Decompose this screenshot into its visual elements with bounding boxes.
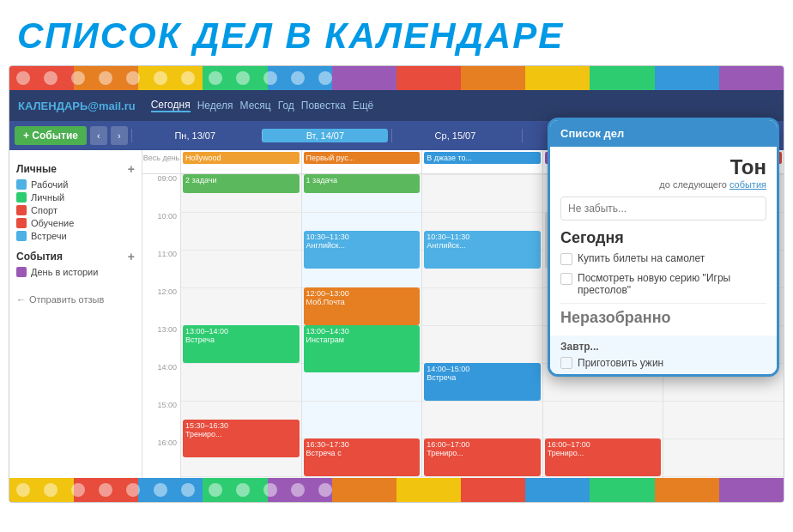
event-mon-2[interactable]: 15:30–16:30Трениро... (183, 420, 300, 457)
popup-tomorrow-label: Завтр... (560, 341, 766, 353)
event-tue-2[interactable]: 12:00–13:00Моб.Почта (304, 287, 421, 325)
lego-dot (71, 71, 85, 85)
popup-unsorted-label: Неразобранно (560, 303, 766, 327)
lego-dot-b (291, 483, 305, 497)
popup-header: Список дел (550, 120, 777, 147)
time-1500: 15:00 (142, 401, 180, 438)
task-text-0: Купить билеты на самолет (578, 252, 705, 264)
app-container: КАЛЕНДАРЬ@mail.ru Сегодня Неделя Месяц Г… (9, 65, 784, 503)
popup-body: Тон до следующего события Сегодня Купить… (550, 147, 777, 336)
task-text-1: Посмотреть новую серию "Игры престолов" (578, 272, 766, 296)
lego-dot (154, 71, 167, 85)
event-tue-1[interactable]: 10:30–11:30Английск... (304, 231, 421, 269)
event-tue-3[interactable]: 13:00–14:30Инстаграм (304, 325, 421, 372)
task-checkbox-1[interactable] (560, 273, 572, 285)
next-arrow[interactable]: › (111, 126, 128, 145)
all-day-label: Весь день (142, 150, 180, 173)
event-wed-1[interactable]: 10:30–11:30Английск... (424, 231, 541, 269)
popup-footer: Завтр... Приготовить ужин (550, 336, 777, 374)
lego-dot-b (71, 483, 85, 497)
lego-dot-b (181, 483, 195, 497)
page-title: СПИСОК ДЕЛ В КАЛЕНДАРЕ (0, 0, 793, 65)
event-wed-2[interactable]: 14:00–15:00Встреча (424, 363, 541, 401)
allday-event-0[interactable]: Hollywood (183, 152, 300, 164)
todo-input[interactable] (560, 196, 766, 221)
lego-dot-b (318, 483, 332, 497)
sidebar-item-obuchenie[interactable]: Обучение (16, 218, 135, 228)
sidebar-item-rabochiy[interactable]: Рабочий (16, 179, 135, 190)
day-header-tue: Вт, 14/07 (262, 129, 389, 142)
allday-col-2: В джазе то... (421, 150, 542, 173)
time-1100: 11:00 (142, 250, 180, 287)
checkbox-rabochiy[interactable] (16, 179, 27, 190)
day-header-mon: Пн, 13/07 (131, 129, 258, 142)
prev-arrow[interactable]: ‹ (90, 126, 107, 145)
add-personal-icon[interactable]: + (128, 162, 135, 176)
nav-more[interactable]: Ещё (353, 100, 374, 112)
checkbox-history[interactable] (16, 267, 27, 277)
lego-dot-b (44, 483, 58, 497)
nav-agenda[interactable]: Повестка (301, 100, 346, 112)
checkbox-lichnyy[interactable] (16, 192, 27, 203)
logo-suffix: @mail.ru (88, 100, 135, 112)
nav-year[interactable]: Год (278, 100, 294, 112)
checkbox-vstrechi[interactable] (16, 231, 27, 241)
event-mon-1[interactable]: 13:00–14:00Встреча (183, 325, 300, 363)
day-header-wed: Ср, 15/07 (391, 129, 518, 142)
sidebar-item-vstrechi[interactable]: Встречи (16, 231, 135, 241)
lego-dot (318, 71, 332, 85)
time-1000: 10:00 (142, 212, 180, 250)
tasks-badge-mon[interactable]: 2 задачи (183, 174, 300, 193)
lego-dot-b (209, 483, 222, 497)
tasks-badge-tue[interactable]: 1 задача (304, 174, 421, 193)
tomorrow-task-text-0: Приготовить ужин (578, 357, 663, 369)
popup-today-label: Сегодня (560, 229, 766, 247)
sidebar-item-history[interactable]: День в истории (16, 267, 135, 277)
lego-bottom-strip (9, 478, 784, 502)
lego-dot (263, 71, 277, 85)
popup-minutes: Тон (730, 155, 766, 179)
cal-navbar: КАЛЕНДАРЬ@mail.ru Сегодня Неделя Месяц Г… (9, 90, 784, 121)
time-labels: 09:00 10:00 11:00 12:00 13:00 14:00 15:0… (142, 174, 180, 480)
add-event-button[interactable]: + Событие (15, 126, 87, 145)
task-checkbox-0[interactable] (560, 253, 572, 265)
time-1200: 12:00 (142, 287, 180, 325)
todo-popup: Список дел Тон до следующего события Сег… (548, 118, 779, 377)
lego-top-strip (9, 66, 784, 90)
sidebar-item-lichnyy[interactable]: Личный (16, 192, 135, 203)
event-thu-1[interactable]: 16:00–17:00Трениро... (545, 438, 662, 476)
nav-today[interactable]: Сегодня (151, 99, 191, 112)
event-tue-4[interactable]: 16:30–17:30Встреча с (304, 438, 421, 476)
popup-header-text: Список дел (560, 127, 624, 140)
popup-event-link[interactable]: события (729, 179, 766, 190)
add-events-icon[interactable]: + (128, 250, 135, 263)
cal-logo: КАЛЕНДАРЬ@mail.ru (18, 100, 136, 112)
lego-dot (181, 71, 195, 85)
nav-month[interactable]: Месяц (240, 100, 271, 112)
checkbox-obuchenie[interactable] (16, 218, 27, 228)
event-wed-3[interactable]: 16:00–17:00Трениро... (424, 438, 541, 476)
send-feedback[interactable]: ← Отправить отзыв (16, 294, 135, 305)
day-col-mon: 2 задачи 13:00–14:00Встреча 15:30–16:30Т… (180, 174, 301, 480)
time-1300: 13:00 (142, 325, 180, 363)
tomorrow-task-0: Приготовить ужин (560, 356, 766, 369)
sidebar-events-header: События + (16, 250, 135, 263)
lego-dot (236, 71, 250, 85)
allday-col-1: Первый рус... (301, 150, 422, 173)
lego-dot (99, 71, 112, 85)
tomorrow-task-checkbox-0[interactable] (560, 357, 572, 369)
allday-col-0: Hollywood (180, 150, 301, 173)
lego-dot-b (16, 483, 30, 497)
allday-event-1[interactable]: Первый рус... (304, 152, 421, 164)
day-col-tue: 1 задача 10:30–11:30Английск... 12:00–13… (301, 174, 422, 480)
lego-dot (16, 71, 30, 85)
lego-dot-b (236, 483, 250, 497)
task-item-1: Посмотреть новую серию "Игры престолов" (560, 272, 766, 296)
lego-dot (44, 71, 58, 85)
sidebar-personal-header: Личные + (16, 162, 135, 176)
checkbox-sport[interactable] (16, 205, 27, 215)
logo-text: КАЛЕНДАРЬ (18, 100, 88, 112)
sidebar-item-sport[interactable]: Спорт (16, 205, 135, 215)
allday-event-2[interactable]: В джазе то... (424, 152, 541, 164)
nav-week[interactable]: Неделя (197, 100, 233, 112)
